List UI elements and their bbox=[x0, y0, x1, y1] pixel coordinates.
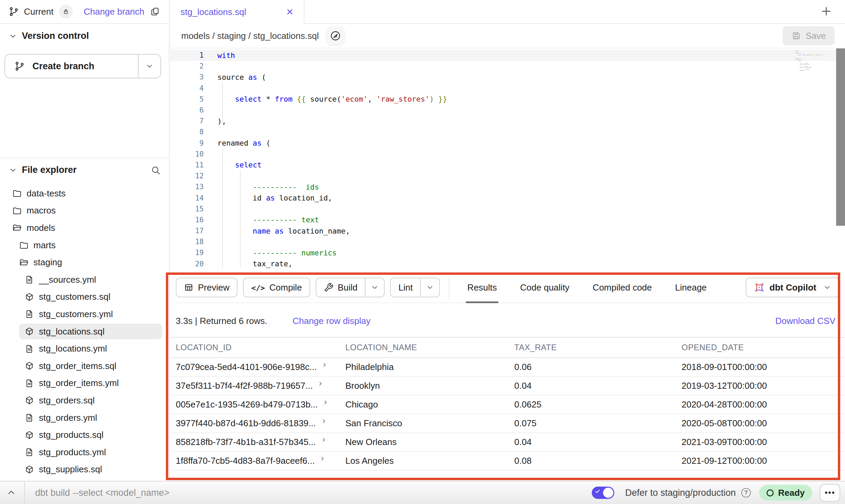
status-label: Ready bbox=[778, 488, 805, 498]
expand-cell-icon[interactable] bbox=[321, 437, 327, 443]
column-header-tax_rate[interactable]: TAX_RATE bbox=[514, 338, 557, 357]
file-item-models[interactable]: models bbox=[0, 219, 169, 237]
code-line: 1with bbox=[170, 50, 845, 61]
model-icon bbox=[25, 327, 34, 336]
download-csv-link[interactable]: Download CSV bbox=[775, 316, 835, 326]
table-header-row: LOCATION_IDLOCATION_NAMETAX_RATEOPENED_D… bbox=[170, 337, 845, 358]
expand-cell-icon[interactable] bbox=[321, 418, 327, 424]
folder-open-icon bbox=[12, 223, 22, 233]
command-input[interactable]: dbt build --select <model_name> bbox=[35, 481, 547, 504]
file-item-stg-products-sql[interactable]: stg_products.sql bbox=[0, 426, 169, 444]
change-branch-link[interactable]: Change branch bbox=[84, 6, 144, 17]
file-item-stg-locations-sql[interactable]: stg_locations.sql bbox=[0, 323, 169, 340]
tab-results[interactable]: Results bbox=[466, 274, 498, 303]
table-row: 005e7e1c-1935-4269-b479-0713b...Chicago0… bbox=[170, 396, 845, 414]
copy-icon[interactable] bbox=[150, 6, 160, 17]
more-options-button[interactable]: ••• bbox=[820, 484, 840, 502]
code-text: select bbox=[796, 61, 801, 62]
model-icon bbox=[25, 430, 34, 440]
line-number: 5 bbox=[170, 95, 204, 103]
model-icon bbox=[25, 361, 34, 371]
table-row: 858218fb-73f7-4b1b-a31f-57b345...New Orl… bbox=[170, 433, 845, 452]
file-explorer-header[interactable]: File explorer bbox=[9, 165, 161, 175]
code-line: 5 select * from {{ source('ecom', 'raw_s… bbox=[170, 94, 845, 105]
version-control-header[interactable]: Version control bbox=[9, 31, 89, 41]
line-number: 18 bbox=[170, 238, 204, 246]
expand-cell-icon[interactable] bbox=[321, 362, 328, 368]
results-table: LOCATION_IDLOCATION_NAMETAX_RATEOPENED_D… bbox=[170, 337, 845, 471]
line-number: 15 bbox=[170, 205, 204, 213]
code-lines: 1with23source as (45 select * from {{ so… bbox=[170, 50, 845, 269]
file-item-macros[interactable]: macros bbox=[0, 202, 169, 220]
dbt-copilot-button[interactable]: dbt Copilot bbox=[746, 278, 840, 297]
tab-code-quality[interactable]: Code quality bbox=[519, 274, 571, 303]
line-number: 13 bbox=[170, 183, 204, 191]
file-item-marts[interactable]: marts bbox=[0, 237, 169, 254]
chevron-up-icon[interactable] bbox=[6, 487, 16, 498]
create-branch-button[interactable]: Create branch bbox=[4, 54, 161, 78]
file-item-label: stg_locations.yml bbox=[39, 343, 107, 354]
table-row: 3977f440-b87d-461b-9dd6-81839...San Fran… bbox=[170, 414, 845, 433]
file-item-staging[interactable]: staging bbox=[0, 254, 169, 271]
expand-cell-icon[interactable] bbox=[319, 456, 326, 462]
results-panel: Preview</>CompileBuildLintResultsCode qu… bbox=[170, 274, 845, 481]
file-item--sources-yml[interactable]: __sources.yml bbox=[0, 271, 169, 288]
cell-location-id: 7c079cea-5ed4-4101-906e-9198c... bbox=[176, 358, 328, 376]
minimap-line: 20 tax_rate, bbox=[796, 70, 836, 71]
column-header-opened_date[interactable]: OPENED_DATE bbox=[682, 338, 744, 357]
search-icon[interactable] bbox=[151, 165, 161, 175]
defer-toggle[interactable] bbox=[592, 487, 614, 499]
expand-cell-icon[interactable] bbox=[323, 399, 329, 405]
file-item-label: macros bbox=[27, 205, 56, 216]
compile-button[interactable]: </>Compile bbox=[243, 278, 310, 297]
file-item-stg-supplies-sql[interactable]: stg_supplies.sql bbox=[0, 461, 169, 478]
file-item-stg-orders-yml[interactable]: stg_orders.yml bbox=[0, 409, 169, 427]
preview-button[interactable]: Preview bbox=[176, 278, 238, 297]
save-button[interactable]: Save bbox=[783, 26, 835, 45]
file-item-stg-products-yml[interactable]: stg_products.yml bbox=[0, 444, 169, 461]
branch-bar: Current Change branch bbox=[0, 0, 169, 24]
cell-opened-date: 2018-09-01T00:00:00 bbox=[682, 358, 767, 376]
file-item-label: models bbox=[27, 223, 55, 233]
lint-button[interactable]: Lint bbox=[390, 278, 440, 297]
code-text: renamed as ( bbox=[217, 139, 270, 147]
line-number: 3 bbox=[170, 73, 204, 81]
expand-cell-icon[interactable] bbox=[317, 381, 324, 387]
file-item-stg-customers-sql[interactable]: stg_customers.sql bbox=[0, 288, 169, 306]
change-row-display-link[interactable]: Change row display bbox=[292, 316, 370, 326]
new-tab-button[interactable] bbox=[820, 5, 832, 17]
build-button[interactable]: Build bbox=[316, 278, 385, 297]
editor-scrollbar[interactable] bbox=[836, 48, 845, 226]
close-icon[interactable]: ✕ bbox=[286, 7, 293, 17]
file-item-stg-order-items-sql[interactable]: stg_order_items.sql bbox=[0, 357, 169, 375]
lineage-compass-button[interactable] bbox=[326, 27, 345, 45]
create-branch-dropdown[interactable] bbox=[138, 55, 160, 78]
location-id-value: 37e5f311-b7f4-4f2f-988b-719657... bbox=[176, 381, 313, 391]
help-icon[interactable]: ? bbox=[741, 488, 751, 498]
code-editor[interactable]: 1with23source as (45 select * from {{ so… bbox=[170, 48, 845, 274]
table-icon bbox=[184, 283, 194, 292]
line-number: 14 bbox=[170, 194, 204, 202]
column-header-location_id[interactable]: LOCATION_ID bbox=[176, 338, 232, 357]
cell-location-name: Los Angeles bbox=[345, 452, 394, 470]
code-line: 4 bbox=[170, 83, 845, 94]
file-item-stg-order-items-yml[interactable]: stg_order_items.yml bbox=[0, 375, 169, 392]
status-ring-icon bbox=[767, 489, 774, 496]
column-header-location_name[interactable]: LOCATION_NAME bbox=[345, 338, 417, 357]
chevron-down-icon[interactable] bbox=[420, 278, 439, 297]
minimap[interactable]: 1with23source as (45 select * from {{ so… bbox=[796, 50, 836, 71]
breadcrumb: models / staging / stg_locations.sql bbox=[181, 31, 319, 41]
file-item-stg-orders-sql[interactable]: stg_orders.sql bbox=[0, 392, 169, 409]
wrench-icon bbox=[324, 283, 333, 292]
breadcrumb-row: models / staging / stg_locations.sql Sav… bbox=[170, 24, 845, 48]
file-item-data-tests[interactable]: data-tests bbox=[0, 185, 169, 202]
command-placeholder: dbt build --select <model_name> bbox=[35, 488, 169, 498]
chevron-down-icon[interactable] bbox=[365, 278, 384, 297]
tab-stg-locations-sql[interactable]: stg_locations.sql ✕ bbox=[170, 0, 304, 24]
file-item-stg-customers-yml[interactable]: stg_customers.yml bbox=[0, 306, 169, 323]
tab-lineage[interactable]: Lineage bbox=[674, 274, 708, 303]
cell-tax-rate: 0.075 bbox=[514, 414, 536, 432]
file-item-label: data-tests bbox=[27, 188, 66, 199]
tab-compiled-code[interactable]: Compiled code bbox=[591, 274, 653, 303]
file-item-stg-locations-yml[interactable]: stg_locations.yml bbox=[0, 340, 169, 357]
